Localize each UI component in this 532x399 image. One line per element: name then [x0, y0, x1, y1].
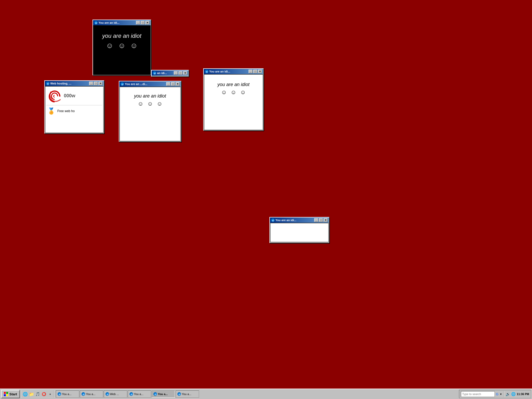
tb-label-6: You a... — [182, 392, 191, 396]
network-icon[interactable]: 🌐 — [511, 392, 516, 396]
tb-label-5: You a... — [158, 392, 168, 396]
taskbar-btn-1[interactable]: e You a... — [56, 390, 79, 398]
quick-ie-icon[interactable]: 🌐 — [22, 391, 28, 397]
web-promo: 🏅 Free web ho — [45, 105, 103, 117]
web-logo-area: 000w — [45, 87, 103, 105]
tray-dropdown-icon[interactable]: ▼ — [499, 393, 502, 396]
taskbar: Start 🌐 📁 🎵 ⭕ » e You a... e You a... e … — [0, 389, 532, 399]
idiot-text-mid: you are an idiot — [120, 90, 180, 100]
maximize-btn-main[interactable]: □ — [141, 21, 145, 25]
titlebar-small: e an idi... _ □ ✕ — [152, 70, 188, 76]
idiot-text-main: you are an idiot — [93, 28, 151, 41]
titlebar-bottomright: e You are an idi... _ □ ✕ — [270, 217, 329, 223]
award-icon: 🏅 — [47, 107, 55, 115]
titlebar-web: e Web hosting, ... _ □ ✕ — [45, 81, 104, 86]
taskbar-btn-2[interactable]: e You a... — [80, 390, 103, 398]
quick-extra-icon[interactable]: ⭕ — [41, 391, 47, 397]
svg-rect-3 — [6, 394, 8, 396]
search-input[interactable] — [461, 391, 495, 397]
start-button[interactable]: Start — [1, 390, 20, 398]
titlebar-main: e You are an idi... _ □ ✕ — [93, 20, 151, 25]
tb-label-4: You a... — [134, 392, 144, 396]
taskbar-btn-3[interactable]: e Web ... — [104, 390, 127, 398]
quick-media-icon[interactable]: 🎵 — [35, 391, 41, 397]
tb-ie-4: e — [129, 392, 133, 396]
maximize-btn-bottomright[interactable]: □ — [319, 218, 323, 222]
content-right: you are an idiot ☺ ☺ ☺ — [204, 74, 263, 130]
ie-icon-mid: e — [120, 82, 124, 86]
content-mid: you are an idiot ☺ ☺ ☺ — [119, 87, 181, 141]
close-btn-mid[interactable]: ✕ — [176, 82, 180, 86]
title-text-small: an idi... — [157, 71, 173, 75]
maximize-btn-right[interactable]: □ — [253, 70, 257, 73]
content-web: 000w 🏅 Free web ho — [45, 86, 104, 133]
taskbar-btn-4[interactable]: e You a... — [128, 390, 151, 398]
close-btn-bottomright[interactable]: ✕ — [324, 218, 328, 222]
minimize-btn-right[interactable]: _ — [249, 70, 253, 73]
window-mid-idiot: e You are an ...di... _ □ ✕ you are an i… — [119, 81, 181, 142]
maximize-btn-mid[interactable]: □ — [171, 82, 175, 86]
ie-icon-small: e — [153, 71, 156, 75]
tb-ie-5: e — [153, 392, 157, 396]
tb-ie-3: e — [106, 392, 109, 396]
titlebar-right: e You are an idi... _ □ ✕ — [204, 69, 263, 74]
ie-icon-main: e — [94, 21, 98, 25]
quick-launch: 🌐 📁 🎵 ⭕ » — [22, 391, 53, 397]
window-web: e Web hosting, ... _ □ ✕ 000w 🏅 Free web… — [44, 80, 104, 134]
google-icon: G — [496, 392, 498, 396]
taskbar-btn-5[interactable]: e You a... — [152, 390, 175, 398]
idiot-text-right: you are an idiot — [204, 78, 263, 89]
maximize-btn-small[interactable]: □ — [178, 71, 183, 75]
tray-divider — [504, 391, 504, 397]
titlebar-mid: e You are an ...di... _ □ ✕ — [119, 81, 181, 87]
title-text-mid: You are an ...di... — [125, 82, 165, 86]
title-text-web: Web hosting, ... — [50, 82, 88, 85]
tb-ie-6: e — [177, 392, 181, 396]
window-main-idiot: e You are an idi... _ □ ✕ you are an idi… — [92, 20, 151, 75]
desktop — [0, 0, 532, 389]
quick-folder-icon[interactable]: 📁 — [29, 391, 34, 397]
close-btn-right[interactable]: ✕ — [258, 70, 262, 73]
title-text-main: You are an idi... — [98, 21, 135, 24]
ie-icon-web: e — [46, 82, 50, 85]
minimize-btn-mid[interactable]: _ — [166, 82, 170, 86]
close-btn-web[interactable]: ✕ — [98, 82, 103, 85]
tb-label-1: You a... — [62, 392, 72, 396]
tb-label-2: You a... — [86, 392, 96, 396]
title-text-bottomright: You are an idi... — [275, 219, 313, 222]
smileys-mid: ☺ ☺ ☺ — [120, 100, 180, 110]
svg-rect-0 — [4, 392, 6, 394]
speaker-icon[interactable]: 🔊 — [506, 392, 510, 396]
start-label: Start — [9, 392, 17, 396]
ie-icon-bottomright: e — [271, 218, 275, 222]
minimize-btn-web[interactable]: _ — [89, 82, 93, 85]
web-logo-text: 000w — [64, 93, 75, 99]
clock: 11:36 PM — [517, 392, 529, 396]
ie-icon-right: e — [205, 70, 208, 73]
smileys-main: ☺ ☺ ☺ — [93, 41, 151, 53]
system-tray: G ▼ 🔊 🌐 11:36 PM — [459, 390, 531, 398]
taskbar-divider-1 — [21, 390, 21, 398]
svg-rect-1 — [6, 392, 8, 394]
minimize-btn-bottomright[interactable]: _ — [314, 218, 318, 222]
spiral-logo — [47, 89, 62, 103]
content-bottomright — [270, 223, 329, 242]
window-small-overlay: e an idi... _ □ ✕ — [151, 70, 189, 77]
tb-ie-2: e — [82, 392, 85, 396]
minimize-btn-main[interactable]: _ — [136, 21, 140, 25]
tb-label-3: Web ... — [110, 392, 119, 396]
title-text-right: You are an idi... — [209, 70, 248, 73]
taskbar-btn-6[interactable]: e You a... — [176, 390, 199, 398]
maximize-btn-web[interactable]: □ — [94, 82, 98, 85]
close-btn-main[interactable]: ✕ — [145, 21, 150, 25]
content-main: you are an idiot ☺ ☺ ☺ — [93, 25, 151, 75]
smileys-right: ☺ ☺ ☺ — [204, 89, 263, 98]
window-right-idiot: e You are an idi... _ □ ✕ you are an idi… — [203, 68, 264, 131]
window-bottomright: e You are an idi... _ □ ✕ — [269, 217, 329, 243]
minimize-btn-small[interactable]: _ — [174, 71, 178, 75]
promo-text: Free web ho — [57, 109, 75, 113]
tb-ie-1: e — [58, 392, 61, 396]
svg-rect-2 — [4, 394, 6, 396]
close-btn-small[interactable]: ✕ — [183, 71, 187, 75]
quick-more-icon[interactable]: » — [47, 391, 53, 397]
